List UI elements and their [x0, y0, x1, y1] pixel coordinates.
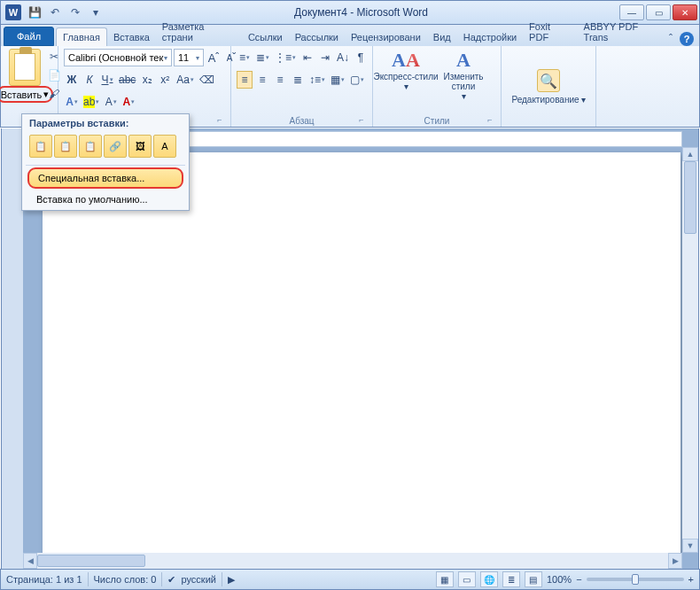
zoom-slider[interactable] [587, 578, 684, 581]
group-paragraph: ≡▾ ≣▾ ⋮≡▾ ⇤ ⇥ A↓ ¶ ≡ ≡ ≡ ≣ ↕≡▾ ▦▾ ▢▾ Абз… [231, 46, 373, 127]
group-label-paragraph: Абзац ⌐ [237, 115, 367, 126]
font-color-button[interactable]: A▾ [121, 93, 136, 111]
line-spacing-button[interactable]: ↕≡▾ [307, 71, 327, 89]
tab-abbyy[interactable]: ABBYY PDF Trans [578, 18, 669, 46]
paste-options-menu: Параметры вставки: 📋 📋 📋 🔗 🖼 A Специальн… [21, 113, 190, 211]
paste-text-only-button[interactable]: A [153, 135, 176, 158]
align-center-button[interactable]: ≡ [254, 71, 270, 89]
view-print-layout-button[interactable]: ▦ [436, 571, 454, 587]
highlight-button[interactable]: ab▾ [82, 93, 101, 111]
decrease-indent-button[interactable]: ⇤ [299, 49, 315, 66]
paste-keep-source-button[interactable]: 📋 [29, 135, 52, 158]
tab-review[interactable]: Рецензировани [345, 28, 427, 46]
status-wordcount[interactable]: Число слов: 0 [94, 574, 157, 585]
underline-button[interactable]: Ч▾ [99, 71, 115, 89]
paste-special-item[interactable]: Специальная вставка... [27, 167, 183, 189]
font-name-combo[interactable]: Calibri (Основной тек▾ [64, 49, 172, 66]
vertical-scrollbar[interactable]: ▲ ▼ [682, 147, 698, 553]
ribbon-tabs: Файл Главная Вставка Разметка страни Ссы… [0, 25, 700, 46]
change-case-button[interactable]: Aa▾ [175, 71, 196, 89]
paragraph-launcher[interactable]: ⌐ [356, 115, 367, 126]
multilevel-button[interactable]: ⋮≡▾ [273, 49, 298, 66]
group-label-editing [507, 125, 590, 126]
paste-merge-button[interactable]: 📋 [54, 135, 77, 158]
paste-options-title: Параметры вставки: [22, 114, 189, 132]
zoom-out-button[interactable]: − [576, 574, 581, 585]
tab-references[interactable]: Ссылки [242, 28, 289, 46]
grow-font-button[interactable]: Aˆ [206, 49, 222, 66]
font-size-combo[interactable]: 11▾ [174, 49, 204, 66]
view-draft-button[interactable]: ▤ [525, 571, 542, 587]
view-fullscreen-button[interactable]: ▭ [458, 571, 476, 587]
group-label-styles: Стили ⌐ [378, 115, 495, 126]
tab-file[interactable]: Файл [4, 27, 54, 46]
document-page[interactable] [43, 152, 681, 553]
ruler-vertical[interactable] [2, 128, 23, 569]
tab-mailings[interactable]: Рассылки [289, 28, 345, 46]
view-web-button[interactable]: 🌐 [480, 571, 498, 587]
app-icon: W [5, 4, 21, 20]
font-launcher[interactable]: ⌐ [214, 115, 225, 126]
statusbar: Страница: 1 из 1 Число слов: 0 ✔ русский… [0, 569, 700, 590]
scroll-down-button[interactable]: ▼ [682, 539, 698, 553]
view-outline-button[interactable]: ≣ [502, 571, 520, 587]
clear-formatting-button[interactable]: ⌫ [198, 71, 216, 89]
minimize-ribbon-button[interactable]: ˆ [669, 33, 673, 45]
redo-button[interactable]: ↷ [66, 4, 84, 21]
scroll-up-button[interactable]: ▲ [682, 147, 698, 161]
help-button[interactable]: ? [680, 32, 694, 46]
shading-button[interactable]: A▾ [103, 93, 119, 111]
tab-home[interactable]: Главная [56, 27, 107, 46]
para-shading-button[interactable]: ▦▾ [329, 71, 346, 89]
styles-launcher[interactable]: ⌐ [485, 115, 495, 126]
subscript-button[interactable]: x₂ [139, 71, 155, 89]
undo-button[interactable]: ↶ [46, 4, 64, 21]
text-effects-button[interactable]: A▾ [64, 93, 80, 111]
justify-button[interactable]: ≣ [290, 71, 306, 89]
status-page[interactable]: Страница: 1 из 1 [6, 574, 82, 585]
paste-use-dest-button[interactable]: 📋 [79, 135, 102, 158]
bullets-button[interactable]: ≡▾ [237, 49, 253, 66]
proofing-icon[interactable]: ✔ [167, 574, 175, 586]
show-marks-button[interactable]: ¶ [353, 49, 369, 66]
quick-access-toolbar: 💾 ↶ ↷ ▾ [26, 4, 105, 21]
zoom-slider-thumb[interactable] [632, 574, 639, 585]
numbering-button[interactable]: ≣▾ [254, 49, 271, 66]
close-button[interactable]: ✕ [673, 4, 697, 20]
editing-button[interactable]: Редактирование ▾ [511, 95, 585, 105]
borders-button[interactable]: ▢▾ [348, 71, 366, 89]
paste-label: Вставить [1, 89, 43, 100]
tab-layout[interactable]: Разметка страни [156, 18, 242, 46]
scroll-right-button[interactable]: ▶ [668, 553, 682, 569]
paste-default-item[interactable]: Вставка по умолчанию... [27, 190, 183, 208]
group-editing: 🔍 Редактирование ▾ [502, 46, 596, 127]
group-styles: AA Экспресс‑стили ▾ A Изменить стили ▾ С… [373, 46, 502, 127]
align-left-button[interactable]: ≡ [237, 71, 253, 89]
bold-button[interactable]: Ж [64, 71, 80, 89]
paste-picture-button[interactable]: 🖼 [128, 135, 152, 158]
increase-indent-button[interactable]: ⇥ [317, 49, 333, 66]
tab-addins[interactable]: Надстройки [457, 28, 523, 46]
binoculars-icon: 🔍 [537, 69, 560, 92]
macro-record-button[interactable]: ▶ [228, 574, 235, 586]
tab-view[interactable]: Вид [427, 28, 457, 46]
change-styles-button[interactable]: A Изменить стили ▾ [436, 49, 491, 101]
status-language[interactable]: русский [181, 574, 215, 585]
scroll-left-button[interactable]: ◀ [23, 553, 37, 569]
paste-split-button[interactable]: Вставить ▾ [6, 49, 43, 103]
strikethrough-button[interactable]: abc [117, 71, 137, 89]
save-button[interactable]: 💾 [26, 4, 43, 21]
paste-link-button[interactable]: 🔗 [104, 135, 127, 158]
horizontal-scrollbar[interactable]: ◀ ▶ [23, 553, 682, 569]
qat-customize-button[interactable]: ▾ [87, 4, 105, 21]
superscript-button[interactable]: x² [157, 71, 173, 89]
zoom-level[interactable]: 100% [547, 574, 572, 585]
menu-separator [26, 165, 185, 166]
italic-button[interactable]: К [82, 71, 97, 89]
align-right-button[interactable]: ≡ [272, 71, 288, 89]
tab-insert[interactable]: Вставка [107, 28, 156, 46]
tab-foxit[interactable]: Foxit PDF [523, 18, 577, 46]
zoom-in-button[interactable]: + [688, 574, 694, 585]
quick-styles-button[interactable]: AA Экспресс‑стили ▾ [378, 49, 433, 91]
sort-button[interactable]: A↓ [335, 49, 351, 66]
